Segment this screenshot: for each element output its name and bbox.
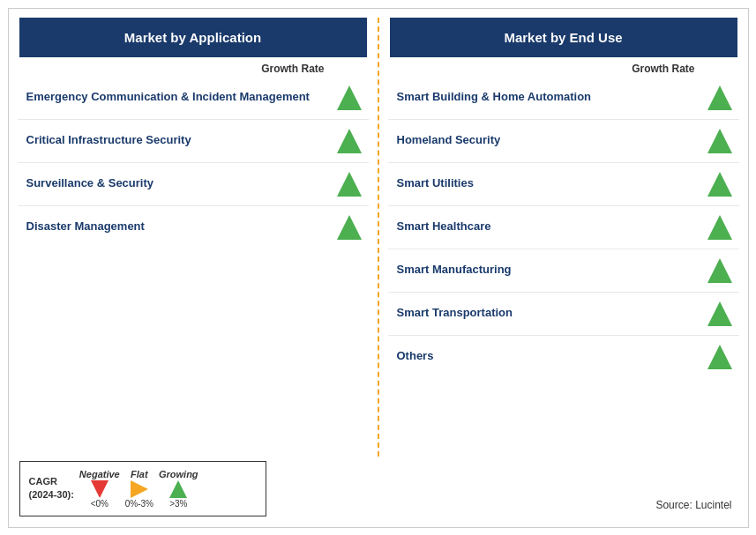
legend-box: CAGR(2024-30): Negative <0% Flat 0%-3% G… bbox=[19, 461, 266, 516]
flat-range: 0%-3% bbox=[125, 499, 153, 509]
right-panel-header: Market by End Use bbox=[390, 18, 737, 57]
up-arrow-icon bbox=[707, 258, 732, 283]
dashed-divider-line bbox=[378, 18, 379, 457]
up-arrow-icon bbox=[707, 301, 732, 326]
negative-label: Negative bbox=[79, 469, 120, 479]
right-panel: Market by End Use Growth Rate Smart Buil… bbox=[379, 9, 748, 527]
up-arrow-icon bbox=[337, 129, 362, 153]
legend-growing: Growing >3% bbox=[159, 469, 198, 509]
right-item-label: Smart Building & Home Automation bbox=[397, 89, 699, 105]
growing-range: >3% bbox=[169, 499, 187, 509]
right-item-row: Smart Manufacturing bbox=[388, 249, 739, 293]
left-growth-rate-label: Growth Rate bbox=[9, 57, 378, 77]
main-container: Market by Application Growth Rate Emerge… bbox=[8, 8, 749, 528]
left-item-label: Critical Infrastructure Security bbox=[26, 132, 328, 148]
right-growth-rate-label: Growth Rate bbox=[379, 57, 748, 77]
legend-negative: Negative <0% bbox=[79, 469, 120, 509]
right-item-label: Smart Healthcare bbox=[397, 219, 699, 234]
growing-label: Growing bbox=[159, 469, 198, 479]
up-arrow-icon bbox=[707, 129, 732, 153]
up-arrow-icon bbox=[337, 85, 362, 110]
left-panel-header: Market by Application bbox=[19, 18, 367, 57]
right-item-row: Homeland Security bbox=[388, 120, 739, 163]
flat-label: Flat bbox=[131, 469, 148, 479]
left-items-list: Emergency Communication & Incident Manag… bbox=[9, 77, 378, 439]
negative-arrow-icon bbox=[91, 480, 109, 498]
flat-arrow-icon bbox=[131, 480, 148, 498]
cagr-label: CAGR(2024-30): bbox=[29, 475, 74, 502]
divider bbox=[378, 9, 379, 527]
left-item-row: Disaster Management bbox=[18, 206, 369, 249]
left-item-row: Critical Infrastructure Security bbox=[18, 120, 369, 163]
up-arrow-icon bbox=[337, 215, 362, 240]
right-item-row: Smart Utilities bbox=[388, 163, 739, 206]
left-item-label: Surveillance & Security bbox=[26, 175, 328, 191]
left-item-label: Disaster Management bbox=[26, 219, 328, 234]
right-item-row: Smart Building & Home Automation bbox=[388, 77, 739, 120]
up-arrow-icon bbox=[707, 345, 732, 369]
right-item-row: Smart Healthcare bbox=[388, 206, 739, 249]
source-label: Source: Lucintel bbox=[655, 499, 731, 511]
up-arrow-icon bbox=[707, 85, 732, 110]
right-item-label: Others bbox=[397, 348, 699, 364]
right-item-label: Smart Manufacturing bbox=[397, 262, 699, 278]
up-arrow-icon bbox=[707, 215, 732, 240]
left-item-label: Emergency Communication & Incident Manag… bbox=[26, 89, 328, 105]
up-arrow-icon bbox=[337, 172, 362, 197]
negative-range: <0% bbox=[91, 499, 109, 509]
right-items-list: Smart Building & Home AutomationHomeland… bbox=[379, 77, 748, 518]
right-item-row: Smart Transportation bbox=[388, 293, 739, 336]
right-item-label: Smart Transportation bbox=[397, 305, 699, 321]
left-item-row: Surveillance & Security bbox=[18, 163, 369, 206]
left-panel: Market by Application Growth Rate Emerge… bbox=[9, 9, 378, 527]
up-arrow-icon bbox=[707, 172, 732, 197]
growing-arrow-icon bbox=[169, 480, 187, 498]
left-item-row: Emergency Communication & Incident Manag… bbox=[18, 77, 369, 120]
right-item-row: Others bbox=[388, 336, 739, 378]
right-item-label: Smart Utilities bbox=[397, 175, 699, 191]
right-item-label: Homeland Security bbox=[397, 132, 699, 148]
legend-flat: Flat 0%-3% bbox=[125, 469, 153, 509]
